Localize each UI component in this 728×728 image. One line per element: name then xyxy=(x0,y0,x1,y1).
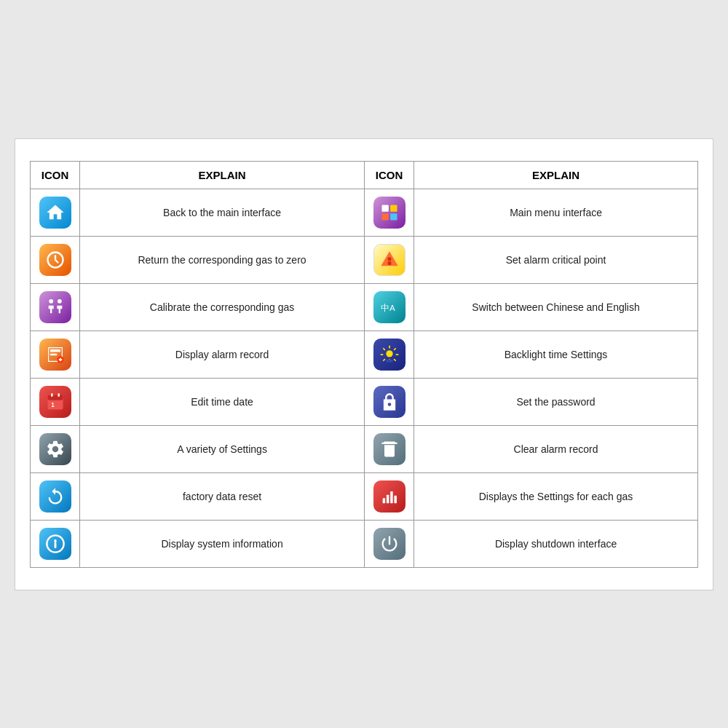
explain-info: Display system information xyxy=(80,520,365,567)
table-row: 1 Edit time date Set the password xyxy=(31,378,698,425)
icon-cell-time: 1 xyxy=(31,378,80,425)
explain-clear: Clear alarm record xyxy=(414,425,698,472)
explain-backlight: Backlight time Settings xyxy=(414,331,698,378)
svg-point-8 xyxy=(57,298,61,303)
explain-alarm-set: Set alarm critical point xyxy=(414,236,698,283)
icon-cell-reset xyxy=(31,472,80,520)
page-container: ICON EXPLAIN ICON EXPLAIN Back to the ma… xyxy=(15,138,713,590)
icon-cell-menu xyxy=(365,189,414,236)
svg-rect-6 xyxy=(387,257,391,261)
header-explain-1: EXPLAIN xyxy=(80,161,365,189)
explain-lang: Switch between Chinese and English xyxy=(414,283,698,331)
svg-rect-5 xyxy=(387,261,391,265)
svg-rect-11 xyxy=(50,349,60,352)
info-icon xyxy=(39,528,71,560)
table-row: A variety of Settings Clear alarm record xyxy=(31,425,698,472)
explain-gas-set: Displays the Settings for each gas xyxy=(414,472,698,520)
explain-reset: factory data reset xyxy=(80,472,365,520)
svg-rect-0 xyxy=(381,205,388,211)
icon-cell-zero xyxy=(31,236,80,283)
icon-table: ICON EXPLAIN ICON EXPLAIN Back to the ma… xyxy=(30,161,698,568)
svg-rect-17 xyxy=(51,393,52,397)
password-icon xyxy=(373,386,405,418)
svg-rect-12 xyxy=(50,353,57,355)
svg-rect-3 xyxy=(390,213,397,220)
menu-icon xyxy=(373,197,405,229)
shutdown-icon xyxy=(373,528,405,560)
icon-cell-settings xyxy=(31,425,80,472)
svg-text:中: 中 xyxy=(381,302,389,312)
svg-point-7 xyxy=(49,298,53,303)
svg-rect-23 xyxy=(394,495,397,503)
icon-cell-gas-set xyxy=(365,472,414,520)
header-explain-2: EXPLAIN xyxy=(414,161,698,189)
svg-rect-1 xyxy=(390,205,397,211)
explain-menu: Main menu interface xyxy=(414,189,698,236)
settings-icon xyxy=(39,433,71,465)
table-row: Calibrate the corresponding gas 中A Switc… xyxy=(31,283,698,331)
home-icon xyxy=(39,197,71,229)
table-row: Return the corresponding gas to zero Set… xyxy=(31,236,698,283)
icon-cell-info xyxy=(31,520,80,567)
backlight-icon xyxy=(373,339,405,371)
icon-cell-lang: 中A xyxy=(365,283,414,331)
svg-point-25 xyxy=(54,539,55,541)
icon-cell-backlight xyxy=(365,331,414,378)
clear-icon xyxy=(373,433,405,465)
alarm-record-icon xyxy=(39,339,71,371)
explain-settings: A variety of Settings xyxy=(80,425,365,472)
icon-cell-alarm-rec xyxy=(31,331,80,378)
table-row: factory data reset Displays the Settings… xyxy=(31,472,698,520)
header-icon-2: ICON xyxy=(365,161,414,189)
explain-time: Edit time date xyxy=(80,378,365,425)
explain-alarm-rec: Display alarm record xyxy=(80,331,365,378)
table-row: Back to the main interface Main menu int… xyxy=(31,189,698,236)
gas-settings-icon xyxy=(373,480,405,513)
header-icon-1: ICON xyxy=(31,161,80,189)
table-row: Display alarm record Backlight time Sett… xyxy=(31,331,698,378)
table-row: Display system information Display shutd… xyxy=(31,520,698,567)
icon-cell-calibrate xyxy=(31,283,80,331)
language-icon: 中A xyxy=(373,291,405,323)
svg-rect-21 xyxy=(387,494,389,503)
svg-rect-2 xyxy=(381,213,388,220)
svg-rect-20 xyxy=(382,498,385,503)
explain-shutdown: Display shutdown interface xyxy=(414,520,698,567)
svg-rect-16 xyxy=(47,395,63,400)
time-icon: 1 xyxy=(39,386,71,418)
svg-rect-22 xyxy=(390,491,393,503)
icon-cell-home xyxy=(31,189,80,236)
icon-cell-clear xyxy=(365,425,414,472)
svg-rect-18 xyxy=(58,393,59,397)
explain-home: Back to the main interface xyxy=(80,189,365,236)
calibrate-icon xyxy=(39,291,71,323)
explain-zero: Return the corresponding gas to zero xyxy=(80,236,365,283)
icon-cell-password xyxy=(365,378,414,425)
icon-cell-shutdown xyxy=(365,520,414,567)
explain-calibrate: Calibrate the corresponding gas xyxy=(80,283,365,331)
icon-cell-alarm-set xyxy=(365,236,414,283)
zero-icon xyxy=(39,244,71,276)
explain-password: Set the password xyxy=(414,378,698,425)
svg-text:1: 1 xyxy=(51,402,55,408)
alarm-set-icon xyxy=(373,244,405,276)
reset-icon xyxy=(39,480,71,513)
svg-point-14 xyxy=(386,350,392,357)
svg-text:A: A xyxy=(389,302,395,312)
